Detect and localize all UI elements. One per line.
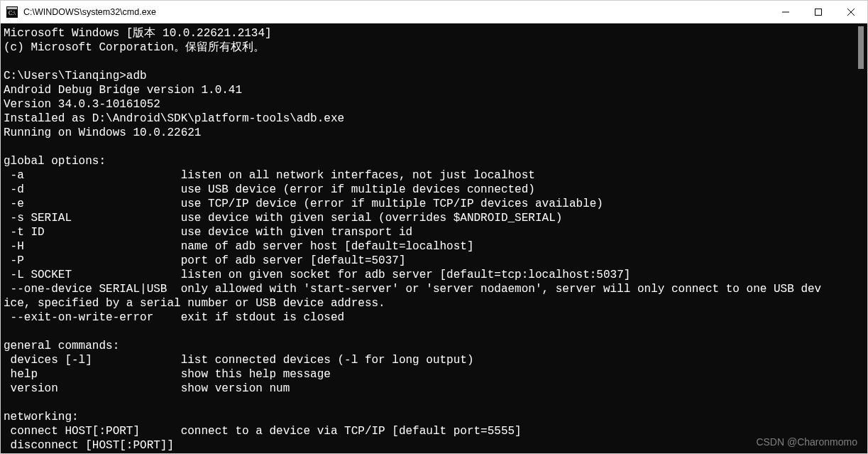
terminal[interactable]: Microsoft Windows [版本 10.0.22621.2134] (… bbox=[1, 23, 867, 453]
terminal-line: --one-device SERIAL|USB only allowed wit… bbox=[4, 283, 821, 296]
terminal-line: Microsoft Windows [版本 10.0.22621.2134] bbox=[4, 27, 272, 40]
terminal-line: -L SOCKET listen on given socket for adb… bbox=[4, 269, 630, 281]
svg-rect-1 bbox=[7, 7, 17, 9]
terminal-line: disconnect [HOST[:PORT]] bbox=[4, 439, 174, 452]
terminal-line: Running on Windows 10.0.22621 bbox=[4, 126, 201, 139]
terminal-line: --exit-on-write-error exit if stdout is … bbox=[4, 311, 344, 324]
terminal-line: -s SERIAL use device with given serial (… bbox=[4, 212, 562, 225]
terminal-line: networking: bbox=[4, 411, 79, 423]
terminal-line: -e use TCP/IP device (error if multiple … bbox=[4, 198, 603, 210]
terminal-line: -t ID use device with given transport id bbox=[4, 226, 412, 239]
watermark: CSDN @Charonmomo bbox=[756, 436, 857, 448]
scrollbar-thumb[interactable] bbox=[858, 26, 864, 69]
terminal-line: devices [-l] list connected devices (-l … bbox=[4, 354, 474, 367]
terminal-line: (c) Microsoft Corporation。保留所有权利。 bbox=[4, 41, 265, 54]
terminal-line: -d use USB device (error if multiple dev… bbox=[4, 183, 535, 196]
terminal-line: help show this help message bbox=[4, 368, 331, 381]
minimize-button[interactable] bbox=[769, 1, 802, 23]
cmd-icon: C:\ bbox=[6, 6, 18, 18]
terminal-line: -a listen on all network interfaces, not… bbox=[4, 169, 535, 182]
maximize-button[interactable] bbox=[802, 1, 835, 23]
terminal-line: global options: bbox=[4, 155, 106, 168]
terminal-line: -P port of adb server [default=5037] bbox=[4, 254, 406, 267]
window-title: C:\WINDOWS\system32\cmd.exe bbox=[23, 7, 156, 17]
terminal-line: Android Debug Bridge version 1.0.41 bbox=[4, 84, 242, 97]
close-button[interactable] bbox=[835, 1, 867, 23]
terminal-line: Version 34.0.3-10161052 bbox=[4, 98, 160, 111]
terminal-line: version show version num bbox=[4, 382, 290, 395]
svg-text:C:\: C:\ bbox=[9, 10, 16, 16]
terminal-line: ice, specified by a serial number or USB… bbox=[4, 297, 385, 310]
terminal-line: -H name of adb server host [default=loca… bbox=[4, 240, 474, 253]
terminal-line: connect HOST[:PORT] connect to a device … bbox=[4, 425, 522, 438]
terminal-line: Installed as D:\Android\SDK\platform-too… bbox=[4, 112, 344, 125]
window: C:\ C:\WINDOWS\system32\cmd.exe Microsof… bbox=[0, 0, 868, 454]
titlebar[interactable]: C:\ C:\WINDOWS\system32\cmd.exe bbox=[1, 1, 867, 23]
svg-rect-4 bbox=[815, 9, 822, 15]
terminal-wrap: Microsoft Windows [版本 10.0.22621.2134] (… bbox=[1, 23, 867, 453]
terminal-line: C:\Users\Tianqing>adb bbox=[4, 70, 147, 82]
terminal-line: general commands: bbox=[4, 340, 119, 352]
scrollbar[interactable] bbox=[856, 26, 866, 450]
window-controls bbox=[769, 1, 867, 23]
